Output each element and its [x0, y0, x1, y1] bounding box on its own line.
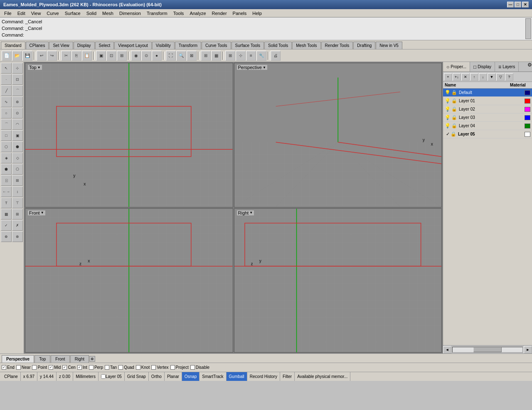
menu-analyze[interactable]: Analyze	[187, 10, 208, 17]
command-scroll[interactable]	[525, 18, 531, 39]
layer-row-default[interactable]: 💡 🔒 Default	[443, 89, 532, 97]
maximize-button[interactable]: □	[515, 2, 521, 7]
line-alt-btn[interactable]: ⌒	[12, 85, 23, 96]
move-btn[interactable]: ✓	[1, 220, 12, 231]
snap-quad[interactable]: Quad	[118, 365, 134, 370]
menu-view[interactable]: View	[29, 10, 44, 17]
status-cplane[interactable]: CPlane	[2, 372, 21, 381]
layer-default-visible[interactable]: 💡	[445, 90, 451, 95]
layer-04-color[interactable]	[525, 123, 530, 128]
tab-drafting[interactable]: Drafting	[353, 42, 375, 49]
menu-help[interactable]: Help	[250, 10, 264, 17]
status-layer[interactable]: Layer 05	[99, 372, 125, 381]
toolbar-zoom-extents[interactable]: ⛶	[166, 51, 176, 61]
minimize-button[interactable]: —	[507, 2, 514, 7]
menu-mesh[interactable]: Mesh	[100, 10, 116, 17]
toolbar-zoom-all[interactable]: ⊠	[187, 51, 197, 61]
dim-alt-btn[interactable]: ↕	[12, 186, 23, 197]
toolbar-copy[interactable]: ⎘	[71, 51, 81, 61]
snap-disable[interactable]: Disable	[190, 365, 209, 370]
tab-render-tools[interactable]: Render Tools	[321, 42, 353, 49]
point-alt-btn[interactable]: ⊡	[12, 74, 23, 85]
snap-point[interactable]: Point	[32, 365, 47, 370]
extra-btn[interactable]: ⊕	[1, 231, 12, 242]
layer-04-visible[interactable]: 💡	[445, 123, 451, 128]
layer-row-01[interactable]: 💡 🔒 Layer 01	[443, 97, 532, 105]
layer-05-color[interactable]	[525, 132, 530, 137]
view-tab-perspective[interactable]: Perspective	[2, 355, 34, 363]
dim-btn[interactable]: ←→	[1, 186, 12, 197]
layer-row-02[interactable]: 💡 🔒 Layer 02	[443, 105, 532, 114]
viewport-top-label[interactable]: Top ▼	[28, 65, 42, 70]
toolbar-properties[interactable]: 🔧	[256, 51, 266, 61]
layer-02-color[interactable]	[525, 107, 530, 112]
viewport-right[interactable]: Right ▼ z y	[234, 208, 442, 353]
layer-default-color[interactable]	[525, 90, 530, 95]
status-planar[interactable]: Planar	[165, 372, 182, 381]
tab-surface-tools[interactable]: Surface Tools	[232, 42, 264, 49]
move-alt-btn[interactable]: ✗	[12, 220, 23, 231]
viewport-front-label[interactable]: Front ▼	[28, 210, 45, 215]
arc-alt-btn[interactable]: ◠	[12, 119, 23, 130]
viewport-right-arrow[interactable]: ▼	[249, 211, 253, 215]
toolbar-shade[interactable]: ◉	[131, 51, 141, 61]
toolbar-new[interactable]: 📄	[2, 51, 12, 61]
menu-panels[interactable]: Panels	[230, 10, 249, 17]
select-btn[interactable]: ↖	[1, 63, 12, 74]
snap-knot-check[interactable]	[136, 365, 140, 370]
layer-add-sublayer-btn[interactable]: +↓	[453, 73, 461, 81]
viewport-top[interactable]: Top ▼ x y	[25, 63, 233, 207]
snap-knot[interactable]: Knot	[136, 365, 150, 370]
layer-03-color[interactable]	[525, 115, 530, 120]
snap-project[interactable]: Project	[170, 365, 189, 370]
snap-near-check[interactable]	[16, 365, 21, 370]
toolbar-layer[interactable]: ≡	[246, 51, 256, 61]
tab-mesh-tools[interactable]: Mesh Tools	[292, 42, 320, 49]
layer-delete-btn[interactable]: ✕	[461, 73, 470, 81]
hatch-btn[interactable]: ▦	[1, 209, 12, 220]
menu-tools[interactable]: Tools	[171, 10, 187, 17]
status-filter[interactable]: Filter	[280, 372, 295, 381]
tab-set-view[interactable]: Set View	[49, 42, 73, 49]
toolbar-save[interactable]: 💾	[22, 51, 32, 61]
view-tab-front[interactable]: Front	[51, 355, 69, 363]
status-ortho[interactable]: Ortho	[149, 372, 165, 381]
layer-default-lock[interactable]: 🔒	[451, 90, 457, 95]
snap-vertex-check[interactable]	[151, 365, 156, 370]
snap-end[interactable]: End	[2, 365, 15, 370]
snap-cen-check[interactable]	[62, 365, 67, 370]
toolbar-select-crossing[interactable]: ⊞	[117, 51, 127, 61]
layer-row-05[interactable]: ✓ 🔒 Layer 05	[443, 130, 532, 138]
toolbar-cut[interactable]: ✂	[61, 51, 71, 61]
panel-tab-display[interactable]: □ Display	[470, 62, 495, 72]
close-button[interactable]: ✕	[522, 2, 529, 7]
layer-05-lock[interactable]: 🔒	[451, 131, 456, 137]
snap-disable-check[interactable]	[190, 365, 195, 370]
snap-perp[interactable]: Perp	[89, 365, 103, 370]
viewport-front[interactable]: Front ▼ z x	[25, 208, 233, 353]
status-osnap[interactable]: Osnap	[182, 372, 200, 381]
menu-solid[interactable]: Solid	[84, 10, 99, 17]
snap-tan-check[interactable]	[105, 365, 109, 370]
polygon-alt-btn[interactable]: ⬣	[12, 141, 23, 152]
hatch-alt-btn[interactable]: ⊞	[12, 209, 23, 220]
snap-near[interactable]: Near	[16, 365, 31, 370]
toolbar-grid[interactable]: ⊞	[225, 51, 235, 61]
status-units[interactable]: Millimeters	[73, 372, 99, 381]
layer-01-visible[interactable]: 💡	[445, 98, 451, 104]
surface-btn[interactable]: ◈	[1, 153, 12, 163]
layer-row-03[interactable]: 💡 🔒 Layer 03	[443, 114, 532, 122]
right-panel-scrollbar[interactable]	[452, 347, 523, 353]
toolbar-select-all[interactable]: ▣	[96, 51, 106, 61]
text-alt-btn[interactable]: ⊤	[12, 198, 23, 208]
snap-project-check[interactable]	[170, 365, 175, 370]
command-input[interactable]	[26, 32, 530, 37]
tab-new-v5[interactable]: New in V5	[376, 42, 402, 49]
view-tab-top[interactable]: Top	[34, 355, 50, 363]
mesh-alt-btn[interactable]: ⊞	[12, 175, 23, 186]
viewport-perspective-arrow[interactable]: ▼	[263, 66, 266, 69]
layer-row-04[interactable]: 💡 🔒 Layer 04	[443, 122, 532, 130]
snap-perp-check[interactable]	[89, 365, 94, 370]
snap-int-check[interactable]	[77, 365, 82, 370]
scroll-right-btn[interactable]: ►	[524, 346, 532, 353]
